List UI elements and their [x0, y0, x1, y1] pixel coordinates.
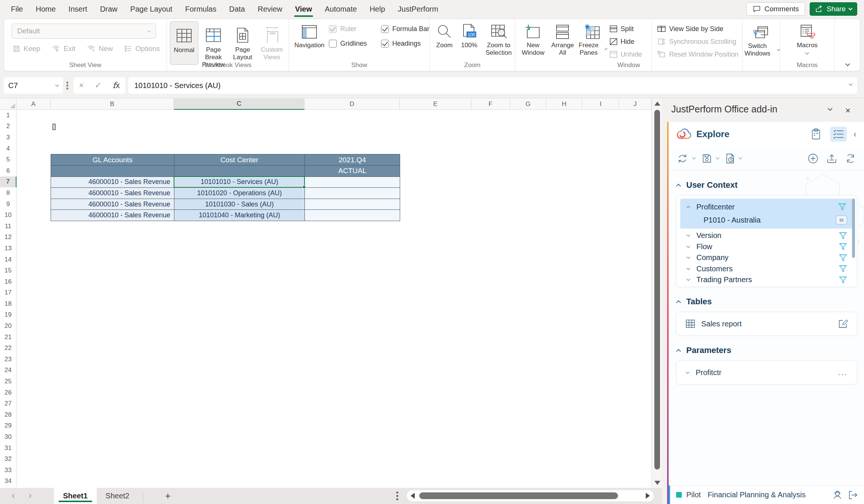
- table-cell[interactable]: 2021.Q4: [305, 154, 400, 166]
- row-header-34[interactable]: 34: [0, 476, 16, 487]
- clipboard-view-button[interactable]: [808, 127, 824, 142]
- row-header-28[interactable]: 28: [0, 409, 16, 420]
- row-header-21[interactable]: 21: [0, 332, 16, 343]
- menu-tab-view[interactable]: View: [289, 0, 318, 18]
- user-context-item-version[interactable]: Version: [676, 230, 857, 241]
- row-header-33[interactable]: 33: [0, 465, 16, 476]
- column-header-c[interactable]: C: [174, 99, 304, 110]
- menu-tab-insert[interactable]: Insert: [62, 0, 94, 18]
- row-header-6[interactable]: 6: [0, 165, 16, 176]
- select-all-corner[interactable]: [0, 99, 16, 110]
- checklist-view-button[interactable]: [830, 127, 847, 142]
- document-chevron-icon[interactable]: [739, 156, 742, 160]
- menu-tab-home[interactable]: Home: [29, 0, 62, 18]
- row-header-5[interactable]: 5: [0, 154, 16, 165]
- gridlines-checkbox[interactable]: Gridlines: [329, 40, 373, 48]
- document-refresh-icon[interactable]: [726, 153, 735, 164]
- menu-tab-file[interactable]: File: [4, 0, 29, 18]
- save-icon[interactable]: [702, 154, 712, 163]
- cell-b2[interactable]: []: [52, 121, 56, 132]
- add-sheet-button[interactable]: +: [165, 490, 171, 502]
- row-header-12[interactable]: 12: [0, 232, 16, 243]
- card-scroll-thumb[interactable]: [852, 199, 855, 258]
- formula-bar-grip-icon[interactable]: •••: [66, 81, 68, 90]
- row-header-16[interactable]: 16: [0, 276, 16, 287]
- upload-icon[interactable]: [826, 153, 837, 164]
- parameter-more-button[interactable]: ...: [838, 371, 847, 374]
- new-sheet-view-button[interactable]: New: [87, 45, 113, 53]
- column-header-a[interactable]: A: [16, 99, 51, 110]
- table-cell[interactable]: [305, 177, 400, 188]
- vertical-scrollbar[interactable]: [651, 99, 662, 488]
- table-cell[interactable]: 46000010 - Sales Revenue: [51, 210, 174, 221]
- user-context-item-profitcenter[interactable]: Profitcenter: [680, 200, 853, 214]
- refresh-chevron-icon[interactable]: [692, 156, 696, 160]
- row-header-22[interactable]: 22: [0, 342, 16, 354]
- table-cell[interactable]: 46000010 - Sales Revenue: [51, 199, 174, 210]
- row-header-9[interactable]: 9: [0, 199, 16, 210]
- scrollbar-options-icon[interactable]: •••: [396, 491, 398, 501]
- comments-button[interactable]: Comments: [746, 2, 805, 16]
- exit-sheet-view-button[interactable]: Exit: [51, 45, 75, 53]
- row-header-15[interactable]: 15: [0, 265, 16, 276]
- insert-function-icon[interactable]: fx: [112, 81, 120, 90]
- menu-tab-review[interactable]: Review: [251, 0, 289, 18]
- row-header-1[interactable]: 1: [0, 110, 16, 121]
- save-chevron-icon[interactable]: [716, 156, 720, 160]
- column-header-b[interactable]: B: [51, 99, 174, 110]
- user-context-item-company[interactable]: Company: [676, 252, 857, 263]
- user-context-item-products[interactable]: Products: [676, 286, 857, 287]
- parameters-card[interactable]: Profitctr ...: [676, 360, 857, 384]
- name-box[interactable]: C7: [4, 77, 63, 94]
- unhide-button[interactable]: Unhide: [609, 49, 646, 60]
- row-header-13[interactable]: 13: [0, 243, 16, 254]
- column-header-j[interactable]: J: [619, 99, 651, 110]
- user-context-item-trading-partners[interactable]: Trading Partners: [676, 274, 857, 286]
- user-context-member[interactable]: P1010 - AustraliaM: [680, 214, 853, 226]
- expand-formula-bar-icon[interactable]: [849, 82, 853, 86]
- support-person-icon[interactable]: [832, 490, 842, 500]
- table-cell[interactable]: Cost Center: [174, 154, 305, 166]
- enter-icon[interactable]: ✓: [95, 81, 102, 90]
- table-cell[interactable]: GL Accounts: [51, 154, 174, 166]
- hide-button[interactable]: Hide: [609, 36, 646, 47]
- formula-input[interactable]: 10101010 - Services (AU): [128, 77, 857, 94]
- edit-icon[interactable]: [838, 319, 848, 329]
- scroll-right-icon[interactable]: [646, 493, 650, 499]
- row-header-27[interactable]: 27: [0, 398, 16, 409]
- user-context-item-customers[interactable]: Customers: [676, 263, 857, 275]
- table-cell[interactable]: [174, 166, 305, 177]
- table-cell[interactable]: 46000010 - Sales Revenue: [51, 188, 174, 199]
- view-side-by-side-button[interactable]: View Side by Side: [657, 24, 742, 34]
- sheet-view-options-button[interactable]: Options: [124, 45, 160, 53]
- panel-chevron-icon[interactable]: [828, 106, 832, 111]
- row-header-30[interactable]: 30: [0, 431, 16, 443]
- menu-tab-data[interactable]: Data: [223, 0, 251, 18]
- menu-tab-page-layout[interactable]: Page Layout: [124, 0, 178, 18]
- filter-icon[interactable]: [839, 232, 847, 239]
- collapse-ribbon-icon[interactable]: [845, 61, 850, 66]
- tables-header[interactable]: Tables: [677, 297, 864, 307]
- macros-button[interactable]: Macros: [780, 19, 834, 54]
- row-header-31[interactable]: 31: [0, 443, 16, 454]
- share-button[interactable]: Share: [810, 2, 857, 16]
- row-header-11[interactable]: 11: [0, 221, 16, 232]
- menu-tab-formulas[interactable]: Formulas: [179, 0, 223, 18]
- row-header-19[interactable]: 19: [0, 310, 16, 321]
- row-header-24[interactable]: 24: [0, 365, 16, 376]
- ruler-checkbox[interactable]: Ruler: [329, 25, 373, 33]
- headings-checkbox[interactable]: Headings: [381, 40, 429, 48]
- row-header-2[interactable]: 2: [0, 121, 16, 132]
- next-sheet-icon[interactable]: [28, 494, 32, 498]
- row-header-10[interactable]: 10: [0, 209, 16, 221]
- row-header-18[interactable]: 18: [0, 298, 16, 310]
- vertical-scroll-thumb[interactable]: [654, 110, 660, 470]
- table-cell[interactable]: 10101020 - Operations (AU): [174, 188, 305, 199]
- column-header-g[interactable]: G: [510, 99, 546, 110]
- scroll-down-icon[interactable]: [654, 481, 660, 485]
- row-header-26[interactable]: 26: [0, 387, 16, 398]
- row-header-7[interactable]: 7: [0, 176, 16, 188]
- tables-card[interactable]: Sales report: [676, 312, 857, 336]
- normal-view-button[interactable]: Normal: [170, 21, 198, 65]
- reset-window-position-button[interactable]: Reset Window Position: [657, 49, 742, 60]
